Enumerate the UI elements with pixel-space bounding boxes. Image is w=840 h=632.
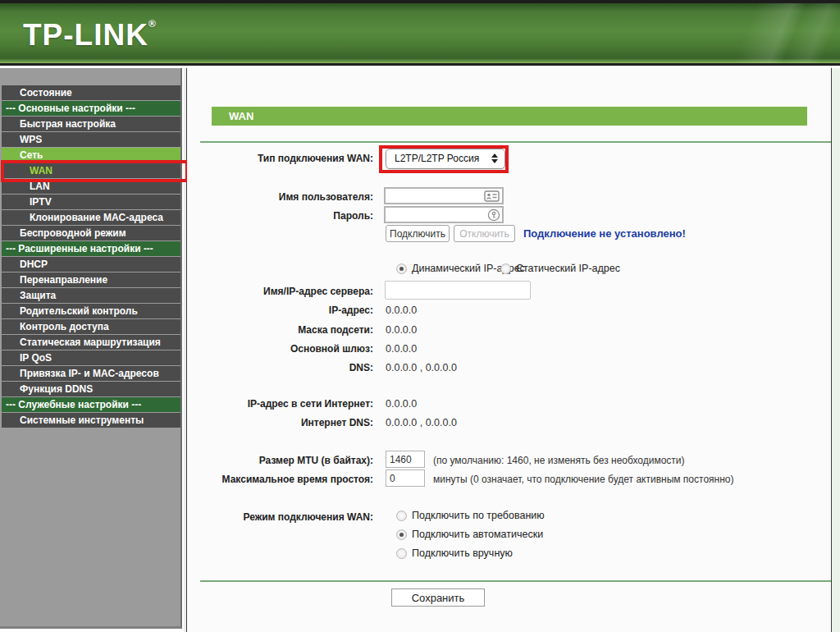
connection-status-text: Подключение не установлено! — [523, 227, 686, 240]
sidebar-item-ip-qos[interactable]: IP QoS — [2, 350, 180, 365]
connect-on-demand-label[interactable]: Подключить по требованию — [412, 510, 545, 521]
sidebar-item-quick-setup[interactable]: Быстрая настройка — [2, 117, 180, 131]
connect-manually-label[interactable]: Подключить вручную — [412, 547, 513, 559]
gateway-value: 0.0.0.0 — [386, 343, 417, 355]
ip-address-value: 0.0.0.0 — [386, 305, 417, 316]
sidebar-item-access-control[interactable]: Контроль доступа — [2, 319, 180, 334]
username-input[interactable] — [384, 187, 504, 204]
right-panel-edge — [832, 68, 840, 632]
subnet-mask-value: 0.0.0.0 — [386, 324, 417, 336]
connect-button[interactable]: Подключить — [386, 225, 450, 242]
sidebar-item-forwarding[interactable]: Перенаправление — [2, 272, 180, 287]
dynamic-ip-radio[interactable] — [396, 263, 407, 274]
idle-time-input[interactable] — [386, 469, 425, 487]
sidebar-item-iptv[interactable]: IPTV — [2, 195, 180, 209]
registered-mark: ® — [148, 18, 157, 30]
password-label: Пароль: — [192, 210, 373, 222]
divider-bottom — [200, 580, 832, 582]
idle-time-note: минуты (0 означает, что подключение буде… — [433, 474, 734, 485]
sidebar-item-security[interactable]: Защита — [2, 288, 180, 303]
dns-label: DNS: — [192, 362, 373, 373]
internet-dns-value: 0.0.0.0 , 0.0.0.0 — [386, 417, 457, 428]
sidebar-item-ip-mac-binding[interactable]: Привязка IP- и MAC-адресов — [2, 366, 180, 381]
sidebar-item-mac-clone[interactable]: Клонирование MAC-адреса — [2, 210, 180, 225]
connection-type-label: Тип подключения WAN: — [192, 153, 373, 164]
mtu-input[interactable] — [386, 451, 425, 468]
sidebar-item-system-tools[interactable]: Системные инструменты — [2, 413, 180, 428]
internet-ip-label: IP-адрес в сети Интернет: — [192, 398, 373, 410]
server-address-label: Имя/IP-адрес сервера: — [192, 286, 373, 297]
sidebar-item-wps[interactable]: WPS — [2, 132, 180, 147]
idle-time-label: Максимальное время простоя: — [192, 474, 373, 485]
ip-address-label: IP-адрес: — [192, 305, 373, 316]
gateway-label: Основной шлюз: — [192, 343, 373, 355]
sidebar-item-status[interactable]: Состояние — [2, 85, 180, 100]
server-address-input[interactable] — [385, 281, 531, 300]
disconnect-button[interactable]: Отключить — [454, 225, 515, 242]
router-admin-page: TP-LINK® Состояние --- Основные настройк… — [0, 0, 840, 632]
mtu-label: Размер MTU (в байтах): — [192, 455, 373, 466]
sidebar-section-maintenance: --- Служебные настройки --- — [2, 397, 180, 412]
password-input[interactable] — [384, 206, 504, 223]
internet-dns-label: Интернет DNS: — [192, 417, 373, 428]
username-label: Имя пользователя: — [192, 191, 373, 203]
internet-ip-value: 0.0.0.0 — [386, 398, 417, 410]
sidebar-section-basic: --- Основные настройки --- — [2, 101, 180, 116]
tplink-logo: TP-LINK® — [23, 18, 157, 53]
dns-value: 0.0.0.0 , 0.0.0.0 — [386, 362, 457, 373]
header-banner: TP-LINK® — [0, 3, 840, 66]
connect-manually-radio[interactable] — [396, 548, 407, 559]
mtu-note: (по умолчанию: 1460, не изменять без нео… — [433, 455, 685, 466]
logo-text: TP-LINK — [23, 18, 148, 52]
save-button[interactable]: Сохранить — [391, 588, 485, 607]
static-ip-label[interactable]: Статический IP-адрес — [516, 263, 620, 274]
sidebar-item-dhcp[interactable]: DHCP — [2, 257, 180, 272]
subnet-mask-label: Маска подсети: — [192, 324, 373, 336]
sidebar-nav: Состояние --- Основные настройки --- Быс… — [0, 85, 182, 428]
sidebar-item-ddns[interactable]: Функция DDNS — [2, 382, 180, 396]
sidebar-item-wireless[interactable]: Беспроводной режим — [2, 226, 180, 240]
wan-mode-label: Режим подключения WAN: — [192, 511, 373, 523]
connect-on-demand-radio[interactable] — [396, 511, 407, 521]
divider-top — [200, 141, 832, 143]
highlight-box-connection-type — [379, 145, 509, 173]
sidebar-section-advanced: --- Расширенные настройки --- — [2, 241, 180, 256]
connect-automatically-label[interactable]: Подключить автоматически — [412, 529, 543, 540]
highlight-box-wan-menu — [1, 160, 189, 182]
page-title: WAN — [212, 107, 807, 126]
sidebar-item-parental-control[interactable]: Родительский контроль — [2, 304, 180, 318]
connect-automatically-radio[interactable] — [396, 529, 407, 540]
header-swoosh-decoration — [627, 3, 840, 63]
sidebar-item-static-routing[interactable]: Статическая маршрутизация — [2, 335, 180, 350]
main-content: WAN Тип подключения WAN: L2TP/L2TP Росси… — [187, 68, 831, 632]
static-ip-radio[interactable] — [500, 263, 511, 274]
